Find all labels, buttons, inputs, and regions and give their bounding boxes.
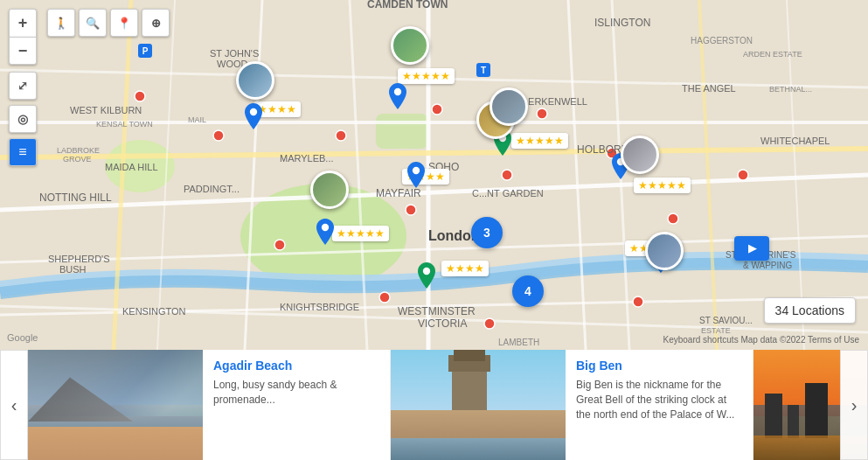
- pin-marker-4[interactable]: [316, 219, 334, 245]
- svg-point-23: [502, 170, 512, 180]
- photo-marker-holborn[interactable]: [490, 87, 528, 126]
- svg-text:WHITECHAPEL: WHITECHAPEL: [760, 136, 830, 146]
- svg-text:GROVE: GROVE: [63, 155, 92, 164]
- svg-point-21: [336, 130, 346, 141]
- zoom-icon-btn[interactable]: 🔍: [79, 9, 107, 37]
- person-icon-btn[interactable]: 🚶: [47, 9, 75, 37]
- cards-section: ‹ Agadir Beach Long, busy sandy beach & …: [0, 350, 868, 460]
- photo-marker-bigben[interactable]: [621, 136, 659, 174]
- zoom-in-button[interactable]: +: [9, 9, 37, 37]
- card-image-bigben: [391, 350, 566, 460]
- card-title-agadir[interactable]: Agadir Beach: [213, 359, 379, 373]
- locations-badge: 34 Locations: [764, 297, 856, 324]
- photo-marker-westkilburn[interactable]: [236, 61, 274, 100]
- svg-text:LAMBETH: LAMBETH: [498, 338, 539, 347]
- location-button[interactable]: ◎: [9, 105, 37, 133]
- svg-text:HAGGERSTON: HAGGERSTON: [691, 36, 753, 45]
- svg-text:LADBROKE: LADBROKE: [57, 146, 100, 155]
- google-logo: Google: [7, 332, 38, 343]
- stars-rating-5: ★★★★★: [332, 226, 389, 241]
- card-title-bigben[interactable]: Big Ben: [576, 359, 742, 373]
- svg-text:KNIGHTSBRIDGE: KNIGHTSBRIDGE: [280, 302, 359, 312]
- svg-point-76: [413, 167, 420, 174]
- map-controls-left: + − ⤢ ◎ ≡: [9, 9, 37, 166]
- svg-point-33: [484, 318, 495, 329]
- svg-point-27: [668, 213, 678, 224]
- svg-point-81: [423, 268, 430, 275]
- green-pin-marker-2[interactable]: [418, 262, 435, 289]
- layer-button[interactable]: ≡: [9, 138, 37, 166]
- cluster-marker-4[interactable]: 4: [512, 275, 544, 307]
- expand-button[interactable]: ⤢: [9, 72, 37, 100]
- svg-text:ST JOHN'S: ST JOHN'S: [210, 48, 259, 59]
- photo-marker-bridge[interactable]: [645, 232, 684, 270]
- stars-rating-3: ★★★★★: [511, 133, 568, 149]
- svg-text:THE ANGEL: THE ANGEL: [682, 83, 736, 94]
- svg-text:P: P: [142, 46, 149, 56]
- svg-point-32: [135, 91, 145, 101]
- svg-text:WESTMINSTER: WESTMINSTER: [398, 305, 476, 317]
- svg-point-25: [537, 108, 547, 119]
- svg-text:CAMDEN TOWN: CAMDEN TOWN: [367, 0, 448, 10]
- pin-marker-1[interactable]: [389, 83, 406, 109]
- stars-rating-7: ★★★★★: [634, 178, 691, 193]
- photo-marker-camden[interactable]: [391, 26, 429, 65]
- svg-point-20: [213, 130, 224, 141]
- pin-marker-3[interactable]: [407, 162, 425, 188]
- svg-point-30: [379, 292, 390, 303]
- cluster-marker-3[interactable]: 3: [471, 217, 503, 248]
- svg-rect-3: [376, 114, 428, 149]
- svg-text:MAIDA HILL: MAIDA HILL: [105, 162, 158, 172]
- svg-text:BETHNAL...: BETHNAL...: [769, 85, 812, 94]
- svg-text:& WAPPING: & WAPPING: [743, 261, 793, 270]
- svg-text:MAYFAIR: MAYFAIR: [376, 187, 421, 199]
- card-agadir-beach[interactable]: Agadir Beach Long, busy sandy beach & pr…: [28, 350, 391, 460]
- svg-text:MAIL: MAIL: [188, 115, 206, 124]
- stars-rating-6: ★★★★: [441, 261, 489, 276]
- svg-text:NOTTING HILL: NOTTING HILL: [39, 192, 112, 204]
- card-content-agadir: Agadir Beach Long, busy sandy beach & pr…: [203, 350, 390, 460]
- svg-text:KENSINGTON: KENSINGTON: [122, 306, 186, 317]
- svg-text:ESTATE: ESTATE: [701, 326, 731, 335]
- svg-point-74: [394, 88, 401, 95]
- svg-text:ISLINGTON: ISLINGTON: [594, 17, 650, 29]
- cluster-marker-arrow[interactable]: ▶: [734, 236, 769, 261]
- svg-text:ARDEN ESTATE: ARDEN ESTATE: [743, 50, 802, 59]
- svg-point-75: [250, 108, 257, 115]
- svg-text:WEST KILBURN: WEST KILBURN: [70, 105, 142, 115]
- svg-text:PADDINGT...: PADDINGT...: [184, 184, 240, 194]
- map-controls-toolbar: 🚶 🔍 📍 ⊕: [47, 9, 170, 37]
- svg-text:SHEPHERD'S: SHEPHERD'S: [48, 254, 110, 264]
- svg-text:T: T: [481, 66, 486, 75]
- svg-point-31: [633, 296, 643, 307]
- card-big-ben[interactable]: Big Ben Big Ben is the nickname for the …: [391, 350, 753, 460]
- stars-rating-1: ★★★★★: [398, 68, 455, 84]
- photo-marker-marylebone[interactable]: [310, 171, 349, 209]
- pin-marker-2[interactable]: [245, 103, 262, 129]
- svg-text:C...NT GARDEN: C...NT GARDEN: [472, 188, 544, 199]
- svg-point-77: [322, 224, 329, 231]
- card-description-bigben: Big Ben is the nickname for the Great Be…: [576, 378, 742, 422]
- svg-text:VICTORIA: VICTORIA: [418, 317, 467, 330]
- svg-text:BUSH: BUSH: [59, 264, 87, 275]
- next-button[interactable]: ›: [840, 350, 868, 460]
- map-container[interactable]: P T WEST KILBURN KENSAL TOWN MAIDA HILL …: [0, 0, 868, 350]
- share-icon-btn[interactable]: ⊕: [142, 9, 170, 37]
- svg-text:MARYLEB...: MARYLEB...: [280, 153, 334, 164]
- pin-icon-btn[interactable]: 📍: [110, 9, 138, 37]
- svg-point-28: [738, 170, 748, 180]
- map-attribution: Keyboard shortcuts Map data ©2022 Terms …: [663, 335, 859, 345]
- card-content-bigben: Big Ben Big Ben is the nickname for the …: [566, 350, 753, 460]
- svg-text:ST SAVIOU...: ST SAVIOU...: [699, 316, 753, 325]
- svg-point-24: [406, 205, 416, 215]
- prev-button[interactable]: ‹: [0, 350, 28, 460]
- card-image-agadir: [28, 350, 203, 460]
- zoom-out-button[interactable]: −: [9, 37, 37, 65]
- card-description-agadir: Long, busy sandy beach & promenade...: [213, 378, 379, 408]
- svg-point-29: [274, 240, 285, 250]
- cards-container: Agadir Beach Long, busy sandy beach & pr…: [28, 350, 868, 460]
- svg-point-22: [432, 104, 442, 115]
- svg-text:KENSAL TOWN: KENSAL TOWN: [96, 120, 153, 129]
